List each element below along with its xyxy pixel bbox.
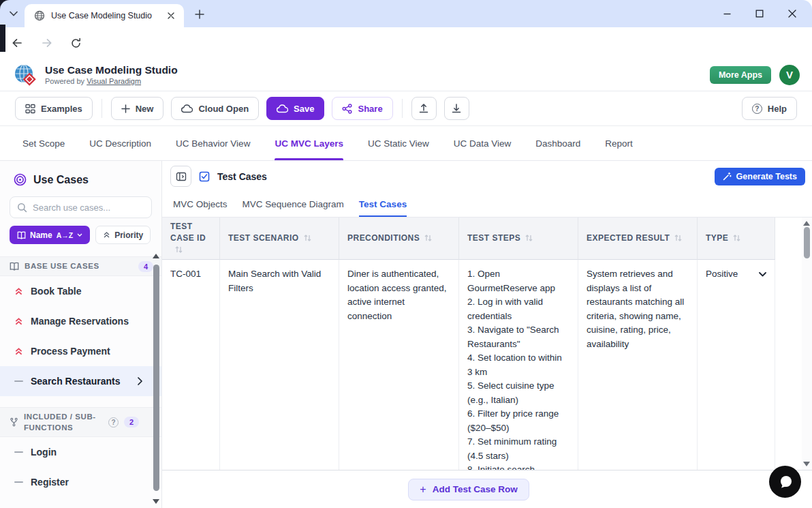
tab-mvc-objects[interactable]: MVC Objects [173,192,228,217]
help-circle-icon[interactable]: ? [108,417,119,428]
mvc-tabs: MVC Objects MVC Sequence Diagram Test Ca… [162,192,812,218]
scrollbar-thumb[interactable] [153,265,159,491]
column-header-test-scenario[interactable]: TEST SCENARIO [220,218,339,260]
sort-name-button[interactable]: Name A→Z [10,226,90,244]
use-cases-sidebar: Use Cases Name A→Z Priority BASE USE CAS… [0,161,162,508]
grid-icon [25,104,35,114]
new-tab-button[interactable] [192,7,207,22]
toolbar-divider [102,99,102,118]
new-button[interactable]: New [111,97,164,120]
cell-test-steps: 1. Open GourmetReserve app 2. Log in wit… [459,260,578,470]
app-header: Use Case Modeling Studio Powered by Visu… [0,59,812,91]
save-button[interactable]: Save [266,97,324,120]
more-apps-button[interactable]: More Apps [710,66,771,84]
fork-icon [10,417,18,427]
close-window-button[interactable] [782,3,802,24]
examples-button[interactable]: Examples [15,97,93,120]
search-input[interactable] [33,203,144,213]
use-case-item-login[interactable]: Login [0,437,161,467]
cloud-open-button[interactable]: Cloud Open [171,97,259,120]
scroll-up-arrow[interactable] [153,254,159,258]
sort-order-label: A→Z [57,231,74,239]
reload-icon[interactable] [67,34,84,52]
priority-none-icon [14,380,23,382]
scrollbar-thumb[interactable] [804,227,810,258]
desktop-edge [0,25,5,52]
question-icon: ? [752,104,762,114]
minimize-button[interactable] [717,3,737,24]
scroll-up-arrow[interactable] [803,221,810,226]
tab-uc-data-view[interactable]: UC Data View [454,126,512,160]
tab-uc-description[interactable]: UC Description [89,126,151,160]
chevron-right-icon [138,377,142,385]
tab-test-cases[interactable]: Test Cases [359,192,407,217]
use-case-item-book-table[interactable]: Book Table [0,276,161,306]
tab-set-scope[interactable]: Set Scope [22,126,65,160]
use-case-item-process-payment[interactable]: Process Payment [0,336,161,366]
use-case-search[interactable] [10,196,152,218]
tab-mvc-sequence-diagram[interactable]: MVC Sequence Diagram [243,192,344,217]
app-title-block: Use Case Modeling Studio Powered by Visu… [45,64,178,85]
sort-icon [525,234,533,242]
use-case-item-register[interactable]: Register [0,467,161,497]
help-button[interactable]: ? Help [742,97,797,120]
column-header-preconditions[interactable]: PRECONDITIONS [339,218,459,260]
use-case-item-search-restaurants[interactable]: Search Restaurants [0,366,161,396]
table-scrollbar[interactable] [802,218,812,470]
back-icon[interactable] [8,34,26,52]
visual-paradigm-link[interactable]: Visual Paradigm [87,77,141,85]
sort-priority-button[interactable]: Priority [95,226,151,244]
browser-tabstrip: Use Case Modeling Studio [0,0,812,27]
priority-none-icon [14,451,23,453]
priority-high-icon [14,317,23,326]
book-icon [10,262,19,271]
chevrons-up-icon [103,231,110,239]
tab-uc-mvc-layers[interactable]: UC MVC Layers [275,126,343,160]
sort-controls: Name A→Z Priority [10,226,152,244]
section-count-badge: 4 [138,261,153,272]
user-avatar[interactable]: V [779,65,800,85]
share-button[interactable]: Share [332,97,392,120]
section-label: BASE USE CASES [25,260,133,271]
tab-uc-static-view[interactable]: UC Static View [368,126,429,160]
app-title: Use Case Modeling Studio [45,64,178,76]
type-select[interactable]: Positive [706,267,766,282]
column-header-test-steps[interactable]: TEST STEPS [459,218,578,260]
sort-icon [174,245,183,254]
module-nav-tabs: Set Scope UC Description UC Behavior Vie… [0,126,812,161]
bullseye-icon [14,173,27,186]
cloud-save-icon [277,104,288,113]
tab-dashboard[interactable]: Dashboard [535,126,580,160]
tab-report[interactable]: Report [605,126,633,160]
scroll-down-arrow[interactable] [153,499,159,504]
maximize-button[interactable] [749,3,770,24]
panel-title: Test Cases [217,171,267,182]
use-case-item-manage-reservations[interactable]: Manage Reservations [0,306,161,336]
tab-search-button[interactable] [5,6,22,21]
upload-icon [418,103,429,114]
import-button[interactable] [411,97,437,120]
column-header-expected-result[interactable]: EXPECTED RESULT [578,218,698,260]
sort-icon [674,234,683,242]
tab-close-icon[interactable] [165,10,177,22]
priority-high-icon [14,347,23,356]
tab-uc-behavior-view[interactable]: UC Behavior View [176,126,250,160]
browser-tab[interactable]: Use Case Modeling Studio [25,4,184,27]
action-toolbar: Examples New Cloud Open Save Share ? Hel… [0,91,812,126]
column-header-type[interactable]: TYPE [698,218,775,260]
export-button[interactable] [444,97,469,120]
magic-wand-icon [723,172,732,181]
chat-widget-button[interactable] [769,466,801,498]
add-test-case-row-button[interactable]: + Add Test Case Row [408,479,529,500]
plus-icon [121,104,130,113]
forward-icon[interactable] [38,34,56,52]
generate-tests-button[interactable]: Generate Tests [715,168,805,185]
collapse-sidebar-button[interactable] [170,166,191,187]
column-header-test-case-id[interactable]: TEST CASE ID [162,218,220,260]
sidebar-scrollbar[interactable] [152,251,161,508]
cell-preconditions: Diner is authenticated, location access … [339,260,459,470]
chat-bubble-icon [777,473,794,491]
scroll-down-arrow[interactable] [803,462,810,466]
plus-icon: + [420,483,426,496]
base-use-cases-section-header: BASE USE CASES 4 [0,256,161,276]
